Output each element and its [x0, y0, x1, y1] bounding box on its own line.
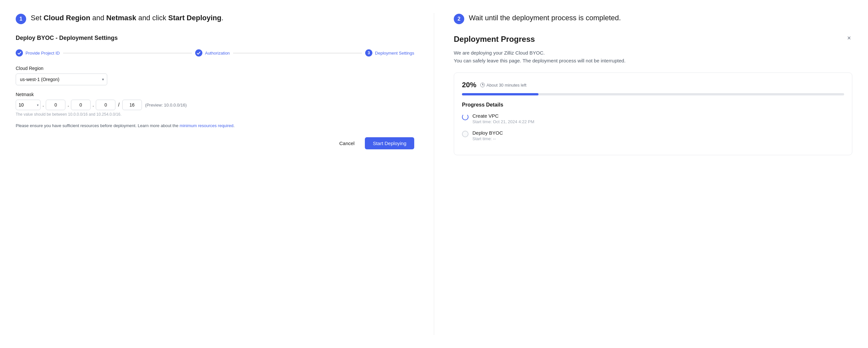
- netmask-preview: (Preview: 10.0.0.0/16): [145, 103, 187, 107]
- cloud-region-group: Cloud Region us-west-1 (Oregon) ▾: [16, 66, 414, 85]
- spinning-icon-vpc: [462, 114, 468, 120]
- progress-details-title: Progress Details: [462, 102, 844, 108]
- netmask-octet2-input[interactable]: [46, 100, 65, 110]
- form-card: Deploy BYOC - Deployment Settings Provid…: [16, 35, 414, 149]
- progress-item-vpc-name: Create VPC: [472, 113, 534, 119]
- stepper-item-auth: Authorization: [195, 49, 230, 57]
- stepper-item-project: Provide Project ID: [16, 49, 60, 57]
- netmask-octet4-input[interactable]: [96, 100, 115, 110]
- netmask-slash: /: [118, 102, 119, 108]
- netmask-octet3-input[interactable]: [71, 100, 91, 110]
- left-panel: 1 Set Cloud Region and Netmask and click…: [16, 13, 434, 335]
- netmask-dot-1: .: [42, 102, 44, 108]
- stepper-item-deploy: 3 Deployment Settings: [365, 49, 414, 57]
- progress-percent: 20%: [462, 81, 476, 89]
- progress-item-vpc-content: Create VPC Start time: Oct 21, 2024 4:22…: [472, 113, 534, 124]
- stepper-line-2: [233, 53, 362, 53]
- step1-text: Set Cloud Region and Netmask and click S…: [31, 13, 223, 23]
- progress-item-vpc-time: Start time: Oct 21, 2024 4:22 PM: [472, 119, 534, 124]
- resource-note-prefix: Please ensure you have sufficient resour…: [16, 123, 180, 128]
- progress-title: Deployment Progress: [454, 35, 535, 44]
- step1-header: 1 Set Cloud Region and Netmask and click…: [16, 13, 414, 24]
- progress-bar-bg: [462, 93, 844, 95]
- stepper-check-project: [16, 49, 23, 57]
- clock-icon: [480, 83, 485, 87]
- close-button[interactable]: ×: [846, 35, 852, 41]
- netmask-dot-3: .: [93, 102, 94, 108]
- form-card-title: Deploy BYOC - Deployment Settings: [16, 35, 414, 41]
- resource-note: Please ensure you have sufficient resour…: [16, 123, 414, 128]
- stepper-label-auth: Authorization: [205, 51, 230, 56]
- netmask-dot-2: .: [67, 102, 69, 108]
- netmask-label: Netmask: [16, 92, 414, 97]
- step1-badge: 1: [16, 14, 26, 24]
- pending-icon-byoc: [462, 131, 468, 137]
- progress-desc: We are deploying your Zilliz Cloud BYOC.…: [454, 49, 852, 65]
- progress-item-vpc: Create VPC Start time: Oct 21, 2024 4:22…: [462, 113, 844, 124]
- step2-badge: 2: [454, 14, 464, 24]
- progress-bar-fill: [462, 93, 538, 95]
- stepper-label-project: Provide Project ID: [26, 51, 60, 56]
- netmask-group: Netmask 10 ▾ . . . / (P: [16, 92, 414, 117]
- progress-item-byoc-content: Deploy BYOC Start time: --: [472, 130, 503, 141]
- right-panel: 2 Wait until the deployment process is c…: [434, 13, 852, 335]
- progress-time-label: About 30 minutes left: [487, 83, 526, 88]
- progress-desc-line2: You can safely leave this page. The depl…: [454, 58, 625, 63]
- progress-item-byoc-name: Deploy BYOC: [472, 130, 503, 136]
- cloud-region-select-wrapper: us-west-1 (Oregon) ▾: [16, 73, 107, 85]
- progress-item-byoc: Deploy BYOC Start time: --: [462, 130, 844, 141]
- stepper-number-deploy: 3: [365, 49, 372, 57]
- netmask-octet1-select[interactable]: 10: [16, 100, 40, 110]
- progress-header: Deployment Progress ×: [454, 35, 852, 44]
- cancel-button[interactable]: Cancel: [334, 138, 360, 149]
- resource-link[interactable]: minimum resources required: [180, 123, 234, 128]
- step2-text: Wait until the deployment process is com…: [469, 13, 621, 23]
- stepper-check-auth: [195, 49, 203, 57]
- stepper-label-deploy: Deployment Settings: [375, 51, 414, 56]
- form-actions: Cancel Start Deploying: [16, 137, 414, 149]
- progress-percentage-row: 20% About 30 minutes left: [462, 81, 844, 89]
- progress-item-byoc-time: Start time: --: [472, 136, 503, 141]
- step2-header: 2 Wait until the deployment process is c…: [454, 13, 852, 24]
- netmask-prefix-input[interactable]: [122, 100, 142, 110]
- stepper-line-1: [63, 53, 192, 53]
- progress-card: 20% About 30 minutes left Progress Detai…: [454, 72, 852, 155]
- netmask-row: 10 ▾ . . . / (Preview: 10.0.0.0/16): [16, 100, 414, 110]
- resource-note-suffix: .: [234, 123, 235, 128]
- netmask-select-wrapper: 10 ▾: [16, 100, 40, 110]
- cloud-region-label: Cloud Region: [16, 66, 414, 71]
- cloud-region-select[interactable]: us-west-1 (Oregon): [16, 73, 107, 85]
- progress-desc-line1: We are deploying your Zilliz Cloud BYOC.: [454, 50, 545, 56]
- stepper-nav: Provide Project ID Authorization 3 Deplo…: [16, 49, 414, 57]
- start-deploying-button[interactable]: Start Deploying: [365, 137, 414, 149]
- netmask-hint: The value should be between 10.0.0.0/16 …: [16, 112, 414, 117]
- progress-time: About 30 minutes left: [480, 83, 526, 88]
